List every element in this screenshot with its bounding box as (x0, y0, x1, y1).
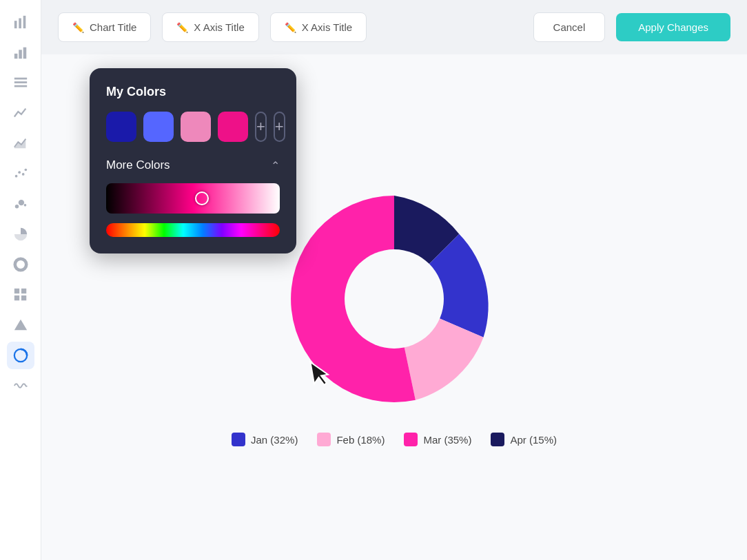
swatch-add-button-1[interactable]: + (255, 112, 267, 142)
pencil-icon-3: ✏️ (285, 22, 296, 33)
svg-point-15 (23, 204, 26, 207)
svg-point-13 (14, 205, 19, 209)
legend-dot-feb (317, 433, 331, 446)
svg-point-12 (24, 169, 27, 172)
x-axis-title-button-1[interactable]: ✏️ X Axis Title (162, 12, 258, 42)
legend-item-mar: Mar (35%) (404, 433, 471, 446)
legend-dot-apr (491, 433, 504, 446)
svg-rect-5 (23, 48, 26, 59)
svg-point-10 (18, 171, 21, 174)
sidebar-icon-donut[interactable] (7, 251, 34, 278)
legend-item-apr: Apr (15%) (491, 433, 557, 446)
sidebar-icon-grid[interactable] (7, 281, 34, 309)
sidebar-icon-line[interactable] (7, 99, 34, 127)
sidebar-icon-wave[interactable] (7, 372, 34, 400)
x-axis-title-label-2: X Axis Title (302, 21, 352, 33)
svg-rect-2 (23, 16, 25, 28)
legend-dot-jan (232, 433, 245, 446)
svg-rect-18 (21, 289, 25, 293)
more-colors-label: More Colors (106, 158, 170, 172)
pencil-icon-2: ✏️ (176, 22, 188, 33)
legend-label-mar: Mar (35%) (423, 434, 471, 446)
svg-point-23 (345, 249, 444, 349)
svg-rect-20 (21, 295, 25, 300)
svg-point-11 (21, 173, 24, 176)
swatch-pink-hot[interactable] (218, 112, 248, 142)
svg-marker-21 (14, 320, 26, 331)
apply-changes-button[interactable]: Apply Changes (616, 13, 730, 41)
svg-rect-6 (14, 78, 26, 80)
sidebar-icon-triangle[interactable] (7, 311, 34, 339)
gradient-picker[interactable] (106, 183, 280, 214)
color-picker-popup: My Colors + + More Colors ⌃ (90, 68, 296, 253)
svg-rect-1 (19, 19, 21, 29)
x-axis-title-label-1: X Axis Title (194, 21, 244, 33)
legend-item-jan: Jan (32%) (232, 433, 298, 446)
content-area: My Colors + + More Colors ⌃ (41, 54, 747, 560)
chevron-up-icon: ⌃ (271, 159, 280, 172)
main-area: ✏️ Chart Title ✏️ X Axis Title ✏️ X Axis… (41, 0, 747, 560)
svg-rect-7 (14, 81, 26, 83)
svg-rect-4 (19, 50, 22, 59)
legend-label-apr: Apr (15%) (510, 434, 557, 446)
toolbar: ✏️ Chart Title ✏️ X Axis Title ✏️ X Axis… (41, 0, 747, 54)
chart-title-button[interactable]: ✏️ Chart Title (58, 12, 151, 42)
chart-title-label: Chart Title (90, 21, 136, 33)
sidebar-icon-pie[interactable] (7, 220, 34, 248)
chart-legend: Jan (32%) Feb (18%) Mar (35%) Apr (15%) (232, 433, 557, 446)
svg-rect-19 (14, 295, 19, 300)
legend-label-feb: Feb (18%) (336, 434, 385, 446)
color-swatches: + + (106, 112, 280, 142)
legend-item-feb: Feb (18%) (317, 433, 385, 446)
sidebar-icon-bar[interactable] (7, 8, 34, 36)
hue-slider[interactable] (106, 223, 280, 237)
sidebar-icon-area[interactable] (7, 129, 34, 157)
svg-rect-3 (14, 54, 17, 59)
cancel-button[interactable]: Cancel (533, 12, 606, 42)
donut-chart (277, 182, 511, 416)
sidebar-icon-circle-active[interactable] (7, 342, 34, 369)
swatch-dark-blue[interactable] (106, 112, 136, 142)
svg-point-14 (18, 200, 23, 205)
sidebar-icon-list[interactable] (7, 69, 34, 96)
svg-point-16 (14, 259, 26, 271)
legend-dot-mar (404, 433, 418, 446)
swatch-add-button-2[interactable]: + (274, 112, 285, 142)
more-colors-header[interactable]: More Colors ⌃ (106, 158, 280, 172)
svg-point-9 (14, 175, 17, 178)
sidebar-icon-bubble[interactable] (7, 190, 34, 218)
svg-rect-0 (14, 21, 17, 28)
sidebar (0, 0, 41, 560)
svg-rect-17 (14, 289, 19, 293)
legend-label-jan: Jan (32%) (251, 434, 298, 446)
swatch-pink-light[interactable] (181, 112, 211, 142)
sidebar-icon-column[interactable] (7, 39, 34, 66)
svg-rect-8 (14, 85, 26, 87)
sidebar-icon-dots[interactable] (7, 160, 34, 187)
pencil-icon-1: ✏️ (72, 22, 84, 33)
x-axis-title-button-2[interactable]: ✏️ X Axis Title (270, 12, 367, 42)
swatch-blue[interactable] (143, 112, 174, 142)
color-picker-title: My Colors (106, 85, 280, 99)
gradient-handle[interactable] (195, 191, 209, 205)
